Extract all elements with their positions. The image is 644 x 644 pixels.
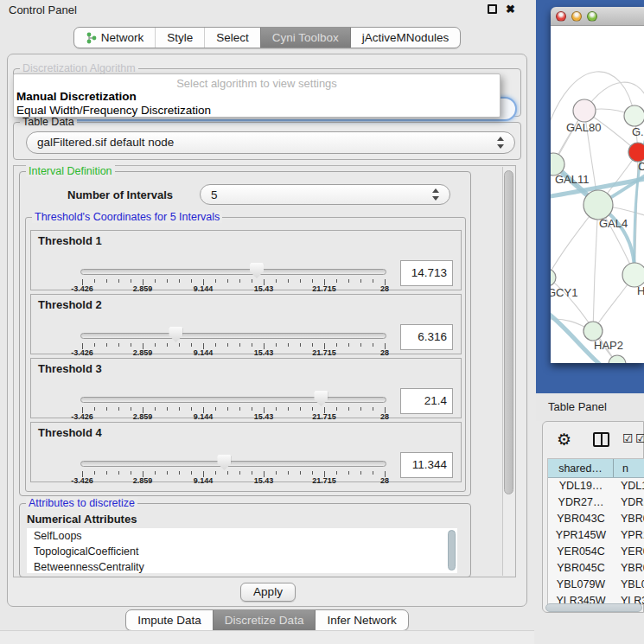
slider-tick [131, 407, 131, 411]
tab-discretize-data[interactable]: Discretize Data [213, 610, 316, 630]
apply-button[interactable]: Apply [240, 583, 296, 602]
table-horizontal-scrollbar[interactable] [545, 603, 642, 612]
tab-infer-network[interactable]: Infer Network [315, 610, 407, 630]
tab-select[interactable]: Select [204, 28, 260, 48]
mac-minimize-button[interactable] [571, 11, 582, 22]
tab-network[interactable]: Network [74, 28, 156, 48]
control-panel-titlebar: Control Panel ✖ [0, 0, 534, 21]
numerical-attributes-label: Numerical Attributes [27, 513, 137, 526]
threshold-slider[interactable]: -3.4262.8599.14415.4321.71528 [80, 454, 386, 483]
table-cell-name: YPR1 [614, 527, 644, 544]
slider-tick-label: -3.426 [71, 476, 93, 485]
network-node[interactable] [583, 322, 603, 341]
slider-tick-label: 15.43 [254, 348, 274, 357]
table-row[interactable]: YDL19…YDL1 [548, 478, 644, 494]
network-node[interactable] [573, 99, 596, 122]
tab-style-label: Style [167, 28, 193, 48]
slider-handle[interactable] [169, 327, 182, 342]
slider-track[interactable] [80, 461, 386, 467]
settings-scrollbar[interactable] [502, 167, 514, 576]
slider-tick [348, 407, 349, 411]
network-view-frame: GAL80G.CGAL11GAL4GCY1HHAP2 [536, 0, 644, 393]
network-edge[interactable] [593, 205, 598, 331]
slider-track[interactable] [80, 397, 386, 403]
column-header-name[interactable]: n [614, 459, 644, 477]
number-of-intervals-combobox[interactable]: 5 [200, 184, 450, 205]
tab-style[interactable]: Style [155, 28, 204, 48]
slider-tick [118, 343, 119, 347]
slider-tick [336, 343, 337, 347]
slider-tick [348, 343, 349, 347]
threshold-value-field[interactable]: 6.316 [400, 324, 453, 350]
slider-tick-label: 2.859 [133, 348, 153, 357]
checkbox-icon[interactable]: ☑ [622, 431, 634, 445]
slider-tick [252, 279, 252, 283]
column-header-shared-name[interactable]: shared… [548, 459, 614, 477]
threshold-value-field[interactable]: 14.713 [400, 260, 453, 286]
float-window-icon[interactable] [488, 4, 497, 14]
slider-handle[interactable] [250, 263, 264, 278]
slider-tick-label: 2.859 [133, 476, 153, 485]
threshold-value-field[interactable]: 11.344 [400, 452, 453, 478]
algorithm-option-equal-width[interactable]: Equal Width/Frequency Discretization [16, 104, 211, 117]
slider-tick-label: -3.426 [71, 348, 93, 357]
slider-tick-label: 21.715 [312, 284, 336, 293]
table-panel-titlebar: Table Panel [536, 393, 644, 421]
threshold-slider[interactable]: -3.4262.8599.14415.4321.71528 [80, 326, 386, 355]
number-of-intervals-value: 5 [211, 188, 218, 201]
slider-tick-label: 21.715 [312, 412, 336, 421]
slider-tick-label: 15.43 [254, 412, 274, 421]
network-node[interactable] [624, 105, 644, 126]
slider-tick [276, 407, 277, 411]
table-data-combobox[interactable]: galFiltered.sif default node [26, 131, 515, 154]
slider-handle[interactable] [314, 391, 328, 406]
checkbox-icon[interactable]: ☑ [635, 431, 644, 445]
slider-track[interactable] [80, 269, 386, 275]
table-row[interactable]: YPR145WYPR1 [548, 527, 644, 544]
slider-tick [155, 343, 156, 347]
threshold-box: Threshold 2-3.4262.8599.14415.4321.71528… [30, 294, 462, 354]
split-table-icon[interactable] [593, 432, 609, 447]
attribute-list-item[interactable]: SelfLoops [27, 528, 457, 544]
table-cell-shared-name: YDL19… [548, 478, 614, 494]
tab-cyni-toolbox[interactable]: Cyni Toolbox [260, 28, 350, 48]
slider-tick [312, 407, 313, 411]
tab-impute-data[interactable]: Impute Data [126, 610, 213, 630]
threshold-slider[interactable]: -3.4262.8599.14415.4321.71528 [80, 390, 386, 419]
network-node[interactable] [583, 190, 613, 220]
mac-close-button[interactable] [556, 11, 566, 22]
mac-zoom-button[interactable] [587, 11, 597, 22]
table-cell-shared-name: YBL079W [548, 577, 614, 593]
network-node[interactable] [628, 143, 644, 162]
slider-tick-label: 28 [380, 476, 389, 485]
gear-icon[interactable]: ⚙ [557, 430, 571, 450]
threshold-slider[interactable]: -3.4262.8599.14415.4321.71528 [80, 262, 386, 291]
tab-infer-network-label: Infer Network [327, 610, 396, 630]
network-node-label: H [637, 284, 644, 297]
table-cell-name: YER0 [614, 544, 644, 560]
attribute-list-item[interactable]: TopologicalCoefficient [27, 544, 457, 559]
table-row[interactable]: YER054CYER0 [548, 544, 644, 560]
table-cell-name: YDR2 [614, 494, 644, 511]
close-icon[interactable]: ✖ [506, 4, 515, 14]
attribute-list-scrollbar[interactable] [448, 530, 456, 571]
attribute-list-item[interactable]: BetweennessCentrality [27, 559, 457, 573]
control-panel: Control Panel ✖ Network Styl [0, 0, 534, 644]
slider-tick [191, 279, 192, 283]
slider-tick [373, 407, 373, 411]
network-node[interactable] [622, 263, 644, 287]
table-data-combobox-value: galFiltered.sif default node [37, 136, 174, 149]
network-canvas[interactable]: GAL80G.CGAL11GAL4GCY1HHAP2 [551, 26, 644, 363]
node-table-header: shared… n [548, 459, 644, 478]
table-row[interactable]: YBL079WYBL0 [548, 577, 644, 593]
table-row[interactable]: YBR043CYBR0 [548, 511, 644, 527]
slider-track[interactable] [80, 333, 386, 339]
settings-scrollbar-thumb[interactable] [504, 170, 513, 494]
tab-jactivemnodules[interactable]: jActiveMNodules [350, 28, 461, 48]
table-row[interactable]: YBR045CYBR0 [548, 560, 644, 577]
slider-handle[interactable] [217, 455, 231, 470]
threshold-value-field[interactable]: 21.4 [400, 388, 453, 414]
attributes-group-title: Attributes to discretize [26, 497, 137, 509]
algorithm-option-manual[interactable]: Manual Discretization [16, 90, 137, 103]
table-row[interactable]: YDR27…YDR2 [548, 494, 644, 511]
